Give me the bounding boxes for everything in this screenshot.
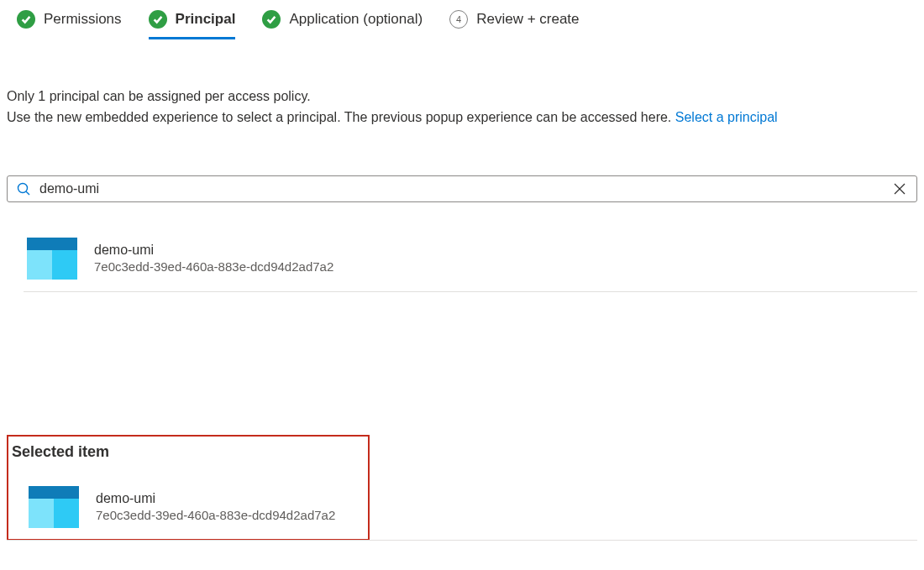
- svg-line-1: [26, 191, 29, 195]
- tab-review-create[interactable]: 4 Review + create: [449, 10, 579, 39]
- divider: [7, 540, 917, 541]
- tab-application[interactable]: Application (optional): [262, 10, 423, 39]
- selected-name: demo-umi: [96, 491, 335, 506]
- tab-label: Review + create: [476, 11, 579, 28]
- tab-label: Principal: [176, 11, 236, 28]
- check-icon: [149, 10, 167, 29]
- selected-text: demo-umi 7e0c3edd-39ed-460a-883e-dcd94d2…: [96, 491, 335, 522]
- tab-label: Permissions: [44, 11, 122, 28]
- selected-heading: Selected item: [12, 443, 368, 461]
- tab-principal[interactable]: Principal: [149, 10, 236, 39]
- info-text: Only 1 principal can be assigned per acc…: [7, 86, 917, 128]
- selected-item-row[interactable]: demo-umi 7e0c3edd-39ed-460a-883e-dcd94d2…: [8, 481, 368, 534]
- search-input[interactable]: [39, 181, 891, 196]
- search-results: demo-umi 7e0c3edd-39ed-460a-883e-dcd94d2…: [7, 217, 917, 292]
- check-icon: [17, 10, 35, 29]
- result-text: demo-umi 7e0c3edd-39ed-460a-883e-dcd94d2…: [94, 243, 333, 274]
- info-line: Only 1 principal can be assigned per acc…: [7, 86, 917, 107]
- search-result-item[interactable]: demo-umi 7e0c3edd-39ed-460a-883e-dcd94d2…: [24, 226, 917, 292]
- principal-search-box[interactable]: [7, 175, 917, 202]
- clear-search-icon[interactable]: [891, 180, 908, 197]
- tab-permissions[interactable]: Permissions: [17, 10, 122, 39]
- svg-point-0: [18, 183, 28, 192]
- search-icon: [16, 181, 31, 196]
- info-line: Use the new embedded experience to selec…: [7, 107, 917, 128]
- managed-identity-icon: [29, 486, 79, 528]
- selected-id: 7e0c3edd-39ed-460a-883e-dcd94d2ad7a2: [96, 508, 335, 522]
- step-number-icon: 4: [449, 10, 468, 29]
- selected-item-panel: Selected item demo-umi 7e0c3edd-39ed-460…: [7, 435, 370, 541]
- wizard-tabs: Permissions Principal Application (optio…: [7, 10, 917, 39]
- check-icon: [262, 10, 281, 29]
- managed-identity-icon: [27, 238, 77, 280]
- tab-label: Application (optional): [289, 11, 423, 28]
- spacer: [7, 292, 917, 435]
- select-principal-link[interactable]: Select a principal: [675, 110, 778, 124]
- result-name: demo-umi: [94, 243, 333, 258]
- result-id: 7e0c3edd-39ed-460a-883e-dcd94d2ad7a2: [94, 259, 333, 274]
